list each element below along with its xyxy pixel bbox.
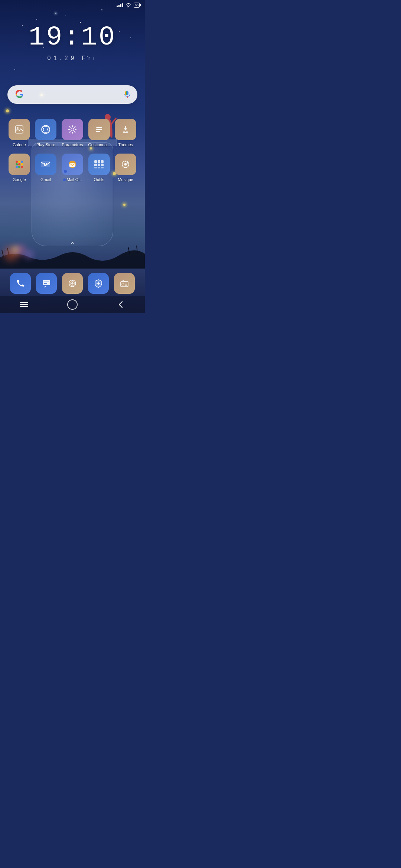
app-icon-outils — [88, 154, 110, 175]
signal-bar-4 — [122, 3, 123, 7]
svg-point-46 — [127, 162, 128, 164]
svg-rect-18 — [96, 129, 102, 130]
svg-rect-39 — [98, 164, 100, 166]
app-icon-parametres — [62, 119, 83, 140]
svg-point-24 — [21, 161, 23, 163]
svg-point-26 — [18, 163, 20, 165]
nav-home-button[interactable] — [65, 297, 80, 312]
dock-icon-phone — [10, 273, 31, 294]
svg-rect-36 — [98, 160, 100, 163]
svg-point-52 — [71, 282, 74, 285]
svg-point-27 — [21, 163, 23, 165]
svg-rect-41 — [94, 167, 97, 168]
app-icon-themes — [115, 119, 136, 140]
clock-date: 01.29 Fri — [0, 55, 145, 62]
svg-rect-8 — [125, 91, 127, 95]
app-grid: Galerie Play Store — [0, 119, 145, 188]
dock-item-camera[interactable] — [61, 273, 84, 294]
dock-icon-radio — [114, 273, 135, 294]
svg-point-15 — [69, 131, 71, 132]
app-item-google[interactable]: Google — [7, 154, 31, 182]
home-circle — [67, 299, 78, 310]
clock-area: 19:10 01.29 Fri — [0, 22, 145, 62]
battery-level: 66 — [135, 3, 138, 7]
svg-point-20 — [124, 128, 127, 130]
app-item-musique[interactable]: Musique — [114, 154, 137, 182]
status-bar: 66 — [0, 0, 145, 10]
app-row-1: Galerie Play Store — [6, 119, 139, 147]
svg-point-14 — [74, 127, 75, 128]
app-icon-playstore — [35, 119, 56, 140]
app-icon-musique — [115, 154, 136, 175]
notification-dot — [64, 170, 67, 173]
bokeh-light — [11, 246, 19, 254]
svg-rect-42 — [98, 167, 100, 168]
app-label-gmail: Gmail — [40, 177, 51, 182]
dock-item-shield[interactable] — [87, 273, 110, 294]
dock-icon-camera — [62, 273, 83, 294]
dock-item-phone[interactable] — [9, 273, 32, 294]
dock-icon-shield — [88, 273, 109, 294]
svg-rect-43 — [101, 167, 104, 168]
svg-point-23 — [18, 161, 20, 163]
svg-rect-19 — [96, 131, 100, 132]
nav-menu-button[interactable] — [17, 297, 32, 312]
wifi-icon — [125, 3, 131, 8]
drawer-handle[interactable]: ⌃ — [69, 240, 76, 249]
svg-rect-37 — [101, 160, 104, 163]
svg-point-10 — [17, 127, 19, 129]
firefly — [6, 109, 9, 112]
svg-point-30 — [21, 166, 23, 168]
app-icon-gmail: M — [35, 154, 56, 175]
google-logo — [13, 89, 25, 101]
svg-rect-34 — [69, 163, 75, 167]
svg-point-25 — [16, 163, 18, 165]
svg-point-22 — [16, 161, 18, 163]
app-item-themes[interactable]: Thèmes — [114, 119, 137, 147]
app-item-gmail[interactable]: M Gmail — [34, 154, 58, 182]
signal-strength — [117, 3, 123, 7]
app-icon-gestionnaire — [88, 119, 110, 140]
svg-point-45 — [124, 163, 127, 166]
svg-point-29 — [18, 166, 20, 168]
app-label-gestionnaire: Gestionnai.. — [88, 142, 110, 147]
dock-icon-messages — [36, 273, 57, 294]
app-item-gestionnaire[interactable]: Gestionnai.. — [87, 119, 111, 147]
svg-rect-47 — [43, 280, 50, 285]
app-label-galerie: Galerie — [13, 142, 26, 147]
svg-rect-17 — [96, 127, 102, 128]
bokeh-light — [24, 250, 33, 259]
app-item-parametres[interactable]: Paramètres — [61, 119, 84, 147]
svg-point-58 — [122, 283, 124, 285]
app-label-mailorg: Mail Or.. — [63, 177, 82, 182]
app-row-2: Google M Gmail — [6, 154, 139, 182]
app-label-playstore: Play Store — [36, 142, 55, 147]
app-item-playstore[interactable]: Play Store — [34, 119, 58, 147]
svg-point-12 — [71, 128, 74, 131]
app-label-musique: Musique — [118, 177, 133, 182]
app-item-galerie[interactable]: Galerie — [7, 119, 31, 147]
svg-rect-38 — [94, 164, 97, 166]
app-item-outils[interactable]: Outils — [87, 154, 111, 182]
dock-item-radio[interactable] — [113, 273, 136, 294]
app-icon-google — [9, 154, 30, 175]
svg-point-13 — [69, 127, 71, 128]
navigation-bar — [0, 296, 145, 313]
app-icon-mailorg — [62, 154, 83, 175]
google-search-bar[interactable] — [7, 85, 137, 104]
battery-cap — [140, 4, 141, 6]
app-icon-galerie — [9, 119, 30, 140]
dock — [0, 273, 145, 294]
app-label-themes: Thèmes — [118, 142, 133, 147]
clock-time: 19:10 — [0, 22, 145, 53]
signal-bar-2 — [118, 5, 120, 7]
nav-back-button[interactable] — [113, 297, 128, 312]
voice-search-icon[interactable] — [123, 91, 131, 99]
svg-rect-40 — [101, 164, 104, 166]
svg-point-28 — [16, 166, 18, 168]
svg-point-16 — [74, 131, 75, 132]
dock-item-messages[interactable] — [35, 273, 58, 294]
app-label-outils: Outils — [94, 177, 104, 182]
app-item-mailorg[interactable]: Mail Or.. — [61, 154, 84, 182]
signal-bar-3 — [120, 4, 121, 7]
